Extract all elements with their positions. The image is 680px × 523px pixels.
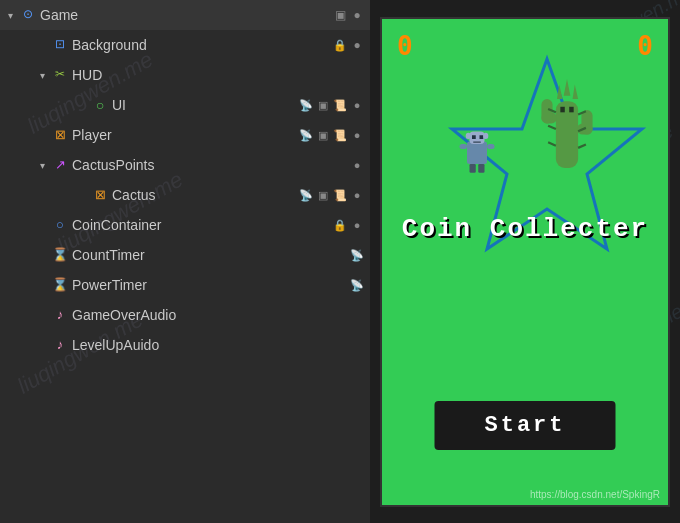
icon-visibility: ● [350, 38, 364, 52]
icon-background: ⊡ [52, 37, 68, 53]
icon-signal-ct: 📡 [350, 249, 364, 262]
right-icons-coincontainer: 🔒 ● [333, 219, 364, 232]
icon-eye2: ● [350, 99, 364, 111]
icon-scene2: ▣ [316, 99, 330, 112]
svg-marker-27 [573, 84, 579, 98]
scene-hierarchy-panel: liuqingwen.me liuqingwen.me liuqingwen.m… [0, 0, 370, 523]
right-icons-cactus: 📡 ▣ 📜 ● [299, 189, 364, 202]
icon-lock-cc: 🔒 [333, 219, 347, 232]
label-player: Player [72, 127, 299, 143]
icon-scene-p: ▣ [316, 129, 330, 142]
icon-scene: ▣ [333, 8, 347, 22]
right-icons-counttimer: 📡 [350, 249, 364, 262]
icon-script-c: 📜 [333, 189, 347, 202]
icon-levelupaudio: ♪ [52, 337, 68, 353]
node-coincontainer[interactable]: ▾ ○ CoinContainer 🔒 ● [16, 210, 370, 240]
arrow-cactuspoints: ▾ [40, 160, 52, 171]
icon-cactuspoints: ↗ [52, 157, 68, 173]
start-button[interactable]: Start [434, 401, 615, 450]
icon-powertimer: ⌛ [52, 277, 68, 293]
node-background[interactable]: ▾ ⊡ Background 🔒 ● [16, 30, 370, 60]
game-viewport: 0 0 [380, 17, 670, 507]
right-icons-ui: 📡 ▣ 📜 ● [299, 99, 364, 112]
svg-marker-26 [557, 84, 563, 98]
icon-signal-pt: 📡 [350, 279, 364, 292]
icon-player: ⊠ [52, 127, 68, 143]
node-gameoveraudio[interactable]: ▾ ♪ GameOverAudio [16, 300, 370, 330]
node-ui[interactable]: ▾ ○ UI 📡 ▣ 📜 ● [32, 90, 370, 120]
icon-eye: ● [350, 8, 364, 22]
svg-rect-7 [483, 132, 488, 138]
player-character [457, 129, 497, 174]
icon-coincontainer: ○ [52, 217, 68, 233]
arrow-game: ▾ [8, 10, 20, 21]
node-counttimer[interactable]: ▾ ⌛ CountTimer 📡 [16, 240, 370, 270]
right-icons-powertimer: 📡 [350, 279, 364, 292]
score-left: 0 [397, 31, 413, 61]
label-ui: UI [112, 97, 299, 113]
icon-signal-c: 📡 [299, 189, 313, 202]
svg-rect-10 [460, 144, 468, 149]
icon-signal: 📡 [299, 99, 313, 112]
label-hud: HUD [72, 67, 364, 83]
node-cactus[interactable]: ▾ ⊠ Cactus 📡 ▣ 📜 ● [32, 180, 370, 210]
label-cactuspoints: CactusPoints [72, 157, 350, 173]
label-game: Game [40, 7, 333, 23]
right-icons-player: 📡 ▣ 📜 ● [299, 129, 364, 142]
icon-script: 📜 [333, 99, 347, 112]
icon-eye-p: ● [350, 129, 364, 141]
node-cactuspoints[interactable]: ▾ ↗ CactusPoints ● [16, 150, 370, 180]
svg-rect-11 [487, 144, 495, 149]
svg-rect-1 [467, 141, 487, 164]
game-title: Coin Collecter [382, 214, 668, 244]
icon-script-p: 📜 [333, 129, 347, 142]
icon-signal-p: 📡 [299, 129, 313, 142]
node-powertimer[interactable]: ▾ ⌛ PowerTimer 📡 [16, 270, 370, 300]
svg-marker-25 [564, 79, 571, 96]
svg-rect-5 [473, 141, 481, 142]
node-levelupaudio[interactable]: ▾ ♪ LevelUpAuido [16, 330, 370, 360]
icon-eye-cp: ● [350, 159, 364, 171]
icon-eye-cc: ● [350, 219, 364, 231]
svg-rect-23 [560, 106, 564, 112]
label-cactus: Cactus [112, 187, 299, 203]
svg-line-21 [548, 142, 556, 145]
label-counttimer: CountTimer [72, 247, 350, 263]
svg-rect-9 [478, 164, 484, 173]
icon-hud: ✂ [52, 67, 68, 83]
game-url: https://blog.csdn.net/SpkingR [530, 489, 660, 500]
node-game[interactable]: ▾ ⊙ Game ▣ ● [0, 0, 370, 30]
svg-rect-8 [470, 164, 476, 173]
game-title-text: Coin Collecter [402, 214, 648, 244]
svg-rect-6 [466, 132, 471, 138]
label-coincontainer: CoinContainer [72, 217, 333, 233]
svg-rect-16 [581, 110, 592, 134]
game-preview-panel: liuqingwen.me liuqingwen.me liuqingwen.m… [370, 0, 680, 523]
svg-rect-12 [556, 101, 578, 168]
svg-rect-4 [480, 135, 484, 139]
cactus-character [537, 79, 597, 179]
svg-rect-3 [472, 135, 476, 139]
icon-lock: 🔒 [333, 39, 347, 52]
arrow-hud: ▾ [40, 70, 52, 81]
right-icons-game: ▣ ● [333, 8, 364, 22]
icon-ui: ○ [92, 97, 108, 113]
icon-scene-c: ▣ [316, 189, 330, 202]
icon-eye-c: ● [350, 189, 364, 201]
node-player[interactable]: ▾ ⊠ Player 📡 ▣ 📜 ● [16, 120, 370, 150]
icon-cactus: ⊠ [92, 187, 108, 203]
right-icons-bg: 🔒 ● [333, 38, 364, 52]
svg-line-22 [578, 144, 586, 147]
label-levelupaudio: LevelUpAuido [72, 337, 364, 353]
right-icons-cactuspoints: ● [350, 159, 364, 171]
svg-rect-24 [569, 106, 573, 112]
icon-gameoveraudio: ♪ [52, 307, 68, 323]
label-gameoveraudio: GameOverAudio [72, 307, 364, 323]
label-background: Background [72, 37, 333, 53]
icon-counttimer: ⌛ [52, 247, 68, 263]
svg-line-19 [548, 125, 556, 128]
label-powertimer: PowerTimer [72, 277, 350, 293]
icon-game: ⊙ [20, 7, 36, 23]
node-hud[interactable]: ▾ ✂ HUD [16, 60, 370, 90]
